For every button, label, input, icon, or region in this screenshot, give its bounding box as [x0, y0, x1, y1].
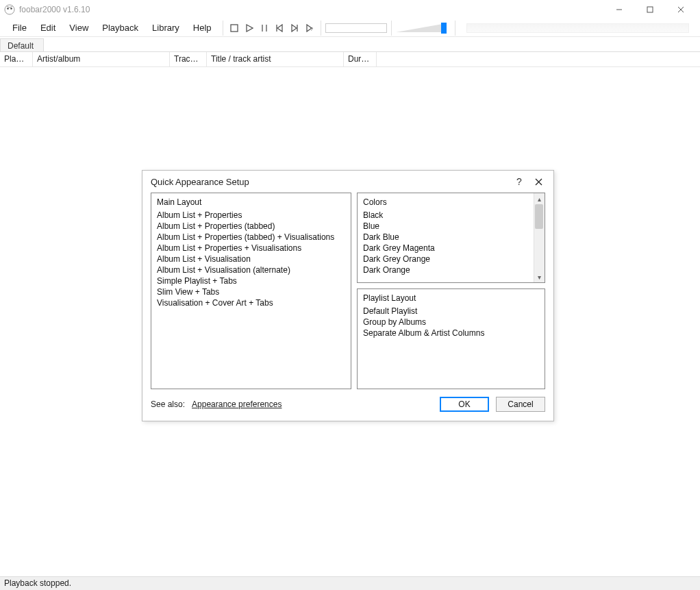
menu-playback[interactable]: Playback — [95, 20, 145, 36]
layout-option[interactable]: Album List + Properties (tabbed) + Visua… — [157, 232, 345, 243]
layout-option[interactable]: Album List + Visualisation — [157, 254, 345, 265]
layout-option[interactable]: Simple Playlist + Tabs — [157, 275, 345, 286]
playlist-layout-option[interactable]: Group by Albums — [363, 317, 539, 328]
playlist-layout-panel[interactable]: Playlist Layout Default Playlist Group b… — [357, 288, 545, 389]
minimize-button[interactable] — [603, 0, 634, 19]
svg-text:?: ? — [310, 27, 313, 32]
playlist-layout-option[interactable]: Default Playlist — [363, 306, 539, 317]
scroll-up-icon[interactable]: ▴ — [534, 193, 545, 204]
dialog-close-button[interactable] — [529, 172, 548, 191]
status-text: Playback stopped. — [4, 578, 71, 588]
separator — [391, 21, 392, 36]
maximize-button[interactable] — [634, 0, 665, 19]
ok-button[interactable]: OK — [440, 397, 489, 412]
layout-option[interactable]: Slim View + Tabs — [157, 286, 345, 297]
color-option[interactable]: Dark Orange — [363, 265, 539, 275]
col-track[interactable]: Track ... — [170, 52, 207, 66]
column-headers: Playi... Artist/album Track ... Title / … — [0, 52, 700, 67]
menubar: File Edit View Playback Library Help ? — [0, 19, 700, 37]
separator — [321, 21, 321, 36]
svg-point-2 — [10, 8, 12, 10]
window-controls — [603, 0, 696, 19]
layout-option[interactable]: Album List + Visualisation (alternate) — [157, 265, 345, 275]
dialog-titlebar: Quick Appearance Setup ? — [142, 171, 553, 193]
transport-controls: ? — [227, 21, 316, 35]
window-title: foobar2000 v1.6.10 — [19, 5, 603, 14]
layout-option[interactable]: Album List + Properties — [157, 210, 345, 221]
see-also-label: See also: — [151, 400, 185, 409]
color-option[interactable]: Blue — [363, 221, 539, 232]
color-option[interactable]: Dark Grey Magenta — [363, 243, 539, 254]
svg-point-1 — [7, 8, 9, 10]
playlist-layout-option[interactable]: Separate Album & Artist Columns — [363, 328, 539, 339]
pause-button[interactable] — [258, 21, 271, 35]
separator — [223, 21, 223, 36]
stop-button[interactable] — [227, 21, 241, 35]
dialog-help-button[interactable]: ? — [510, 172, 529, 191]
scroll-thumb[interactable] — [535, 204, 543, 229]
dialog-title: Quick Appearance Setup — [151, 177, 249, 187]
seekbar[interactable] — [325, 23, 387, 33]
svg-marker-8 — [247, 25, 253, 32]
app-icon — [4, 4, 15, 15]
appearance-preferences-link[interactable]: Appearance preferences — [192, 400, 282, 409]
col-duration[interactable]: Dura... — [344, 52, 377, 66]
playlist-tabs: Default — [0, 37, 700, 52]
play-button[interactable] — [242, 21, 256, 35]
next-button[interactable] — [288, 21, 301, 35]
main-layout-panel[interactable]: Main Layout Album List + Properties Albu… — [151, 193, 351, 389]
dialog-body: Main Layout Album List + Properties Albu… — [142, 193, 553, 393]
menu-view[interactable]: View — [62, 20, 95, 36]
colors-panel[interactable]: Colors Black Blue Dark Blue Dark Grey Ma… — [357, 193, 545, 283]
menu-library[interactable]: Library — [145, 20, 186, 36]
prev-button[interactable] — [273, 21, 286, 35]
titlebar: foobar2000 v1.6.10 — [0, 0, 700, 19]
col-artist-album[interactable]: Artist/album — [33, 52, 170, 66]
quick-appearance-dialog: Quick Appearance Setup ? Main Layout Alb… — [142, 170, 554, 421]
layout-option[interactable]: Album List + Properties (tabbed) — [157, 221, 345, 232]
progress-bar[interactable] — [466, 23, 689, 33]
layout-option[interactable]: Visualisation + Cover Art + Tabs — [157, 297, 345, 308]
color-option[interactable]: Black — [363, 210, 539, 221]
dialog-footer: See also: Appearance preferences OK Canc… — [142, 393, 553, 421]
menu-file[interactable]: File — [5, 20, 34, 36]
cancel-button[interactable]: Cancel — [496, 397, 545, 412]
layout-option[interactable]: Album List + Properties + Visualisations — [157, 243, 345, 254]
menu-help[interactable]: Help — [186, 20, 218, 36]
colors-scrollbar[interactable]: ▴ ▾ — [534, 193, 545, 282]
separator — [455, 21, 455, 36]
tab-default[interactable]: Default — [0, 38, 44, 51]
volume-slider[interactable] — [396, 23, 451, 34]
main-layout-heading: Main Layout — [157, 197, 345, 207]
random-button[interactable]: ? — [303, 21, 316, 35]
svg-marker-13 — [292, 25, 297, 32]
playlist-layout-heading: Playlist Layout — [363, 293, 539, 303]
svg-rect-4 — [647, 7, 653, 12]
col-playing[interactable]: Playi... — [0, 52, 33, 66]
close-button[interactable] — [665, 0, 696, 19]
color-option[interactable]: Dark Blue — [363, 232, 539, 243]
menu-edit[interactable]: Edit — [34, 20, 62, 36]
scroll-down-icon[interactable]: ▾ — [534, 271, 545, 282]
col-title[interactable]: Title / track artist — [207, 52, 344, 66]
statusbar: Playback stopped. — [0, 576, 700, 590]
svg-marker-12 — [277, 25, 282, 32]
colors-heading: Colors — [363, 197, 539, 207]
svg-rect-7 — [231, 25, 238, 32]
color-option[interactable]: Dark Grey Orange — [363, 254, 539, 265]
svg-point-0 — [5, 5, 14, 14]
